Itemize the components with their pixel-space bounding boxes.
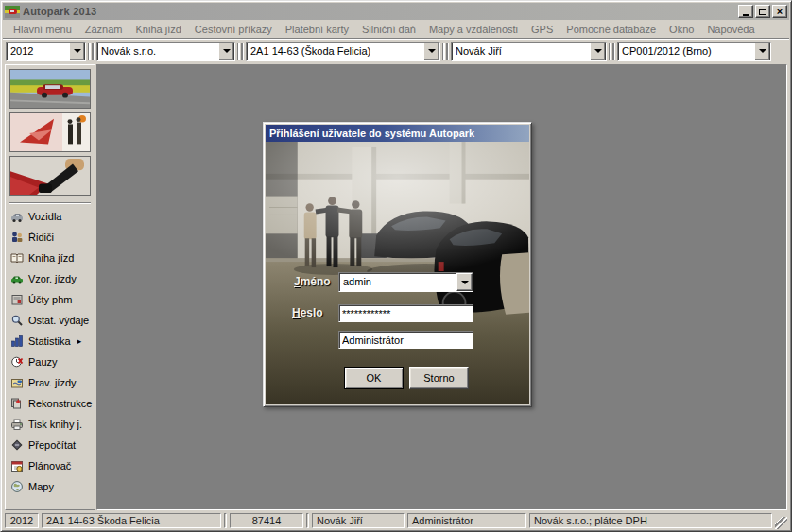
chevron-down-icon[interactable] <box>590 43 606 60</box>
close-button[interactable]: × <box>772 5 787 18</box>
menu-kniha-jizd[interactable]: Kniha jízd <box>129 22 188 37</box>
toolbar: 2012 Novák s.r.o. 2A1 14-63 (Škoda Felic… <box>3 39 789 63</box>
sidebar-item-label: Plánovač <box>28 460 71 472</box>
resize-grip[interactable] <box>775 517 787 529</box>
menu-silnicni-dan[interactable]: Silniční daň <box>355 22 422 37</box>
menu-platebni-karty[interactable]: Platební karty <box>279 22 355 37</box>
sidebar-divider <box>9 202 91 204</box>
sidebar-item-label: Řidiči <box>28 232 54 243</box>
statusbar-separator-segment <box>224 513 227 528</box>
vehicle-combo-value: 2A1 14-63 (Škoda Felicia) <box>247 43 423 60</box>
sidebar-item-statistika[interactable]: Statistika ▸ <box>8 331 93 352</box>
sidebar-item-ridici[interactable]: Řidiči <box>8 227 93 248</box>
sidebar-item-vozidla[interactable]: Vozidla <box>8 206 93 227</box>
sidebar-item-ostat-vydaje[interactable]: Ostat. výdaje <box>8 310 93 331</box>
menu-okno[interactable]: Okno <box>663 22 700 37</box>
window-title: Autopark 2013 <box>23 6 96 17</box>
sidebar-item-label: Účty phm <box>28 294 72 305</box>
sidebar-item-kniha-jizd[interactable]: Kniha jízd <box>8 248 93 268</box>
chevron-down-icon[interactable] <box>423 43 439 60</box>
sidebar-item-label: Kniha jízd <box>28 252 74 264</box>
driver-combo-value: Novák Jiří <box>452 43 590 60</box>
logbook-icon <box>10 251 24 265</box>
toolbar-separator <box>442 43 449 60</box>
expenses-icon <box>10 314 24 327</box>
travel-plane-photo <box>9 112 91 152</box>
close-icon: × <box>777 7 783 16</box>
sidebar-item-vzor-jizdy[interactable]: Vzor. jízdy <box>8 268 93 289</box>
chevron-down-icon[interactable] <box>69 43 85 60</box>
status-year: 2012 <box>5 513 39 528</box>
trip-order-combo-value: CP001/2012 (Brno) <box>618 43 754 60</box>
chevron-down-icon[interactable] <box>456 273 473 291</box>
app-icon <box>5 6 20 18</box>
menu-mapy-a-vzdalenosti[interactable]: Mapy a vzdálenosti <box>422 22 525 37</box>
sidebar-item-label: Prav. jízdy <box>28 377 77 388</box>
sidebar-item-tisk-knihy-j[interactable]: Tisk knihy j. <box>8 414 93 435</box>
statusbar-separator-segment <box>306 513 309 528</box>
company-combo[interactable]: Novák s.r.o. <box>96 42 235 61</box>
menu-pomocne-databaze[interactable]: Pomocné databáze <box>560 22 663 37</box>
sidebar-item-label: Vozidla <box>28 211 61 222</box>
login-dialog: Přihlášení uživatele do systému Autopark <box>263 122 532 407</box>
year-combo-value: 2012 <box>7 43 69 60</box>
menu-napoveda[interactable]: Nápověda <box>700 22 761 37</box>
sidebar-item-prepocitat[interactable]: Přepočítat <box>8 435 93 455</box>
password-label: Heslo <box>292 306 323 319</box>
sidebar: Vozidla Řidiči Kniha jízd Vzor. jízdy Úč… <box>5 64 95 510</box>
sidebar-item-ucty-phm[interactable]: Účty phm <box>8 289 93 310</box>
sidebar-item-prav-jizdy[interactable]: Prav. jízdy <box>8 372 93 393</box>
year-combo[interactable]: 2012 <box>6 42 86 61</box>
reconstruction-icon <box>10 397 24 410</box>
sidebar-item-label: Přepočítat <box>28 439 76 451</box>
role-input[interactable] <box>338 331 473 349</box>
menu-cestovni-prikazy[interactable]: Cestovní příkazy <box>188 22 279 37</box>
minimize-icon <box>743 14 749 16</box>
menu-zaznam[interactable]: Záznam <box>78 22 129 37</box>
username-label: Jméno <box>294 275 331 288</box>
company-combo-value: Novák s.r.o. <box>97 43 218 60</box>
sidebar-item-pauzy[interactable]: Pauzy <box>8 352 93 372</box>
menu-gps[interactable]: GPS <box>525 22 560 37</box>
driver-combo[interactable]: Novák Jiří <box>451 42 607 61</box>
window-titlebar[interactable]: Autopark 2013 × <box>3 3 789 20</box>
status-odometer: 87414 <box>230 513 303 528</box>
menu-hlavni-menu[interactable]: Hlavní menu <box>7 22 78 37</box>
login-dialog-title: Přihlášení uživatele do systému Autopark <box>269 128 474 139</box>
sidebar-item-mapy[interactable]: Mapy <box>8 476 93 497</box>
submenu-arrow-icon: ▸ <box>77 336 82 346</box>
menubar: Hlavní menu Záznam Kniha jízd Cestovní p… <box>3 20 789 39</box>
planner-icon <box>10 459 24 472</box>
sidebar-item-label: Tisk knihy j. <box>28 419 82 430</box>
toolbar-separator <box>609 43 615 60</box>
sidebar-item-planovac[interactable]: Plánovač <box>8 455 93 476</box>
chevron-down-icon[interactable] <box>754 43 770 60</box>
chevron-down-icon[interactable] <box>218 43 234 60</box>
sidebar-thumbnails <box>8 68 93 197</box>
template-trips-icon <box>10 272 24 285</box>
vehicle-combo[interactable]: 2A1 14-63 (Škoda Felicia) <box>246 42 440 61</box>
sidebar-item-label: Pauzy <box>28 356 58 368</box>
maximize-icon <box>759 9 766 15</box>
trip-order-combo[interactable]: CP001/2012 (Brno) <box>617 42 771 61</box>
login-dialog-titlebar[interactable]: Přihlášení uživatele do systému Autopark <box>266 125 529 142</box>
fuel-pump-photo <box>9 156 91 196</box>
ok-button[interactable]: OK <box>344 367 404 389</box>
pauses-icon <box>10 355 24 369</box>
statistics-icon <box>10 335 24 348</box>
recalculate-icon <box>10 438 24 452</box>
toolbar-separator <box>88 43 95 60</box>
password-input[interactable] <box>338 304 473 322</box>
username-combo[interactable]: admin <box>338 272 473 292</box>
sidebar-item-label: Rekonstrukce <box>28 398 92 409</box>
car-icon <box>10 210 24 223</box>
sidebar-item-rekonstrukce[interactable]: Rekonstrukce <box>8 393 93 414</box>
status-vehicle: 2A1 14-63 Škoda Felicia <box>42 513 221 528</box>
minimize-button[interactable] <box>738 5 753 18</box>
print-icon <box>10 418 24 431</box>
car-photo <box>9 69 91 109</box>
storno-button[interactable]: Storno <box>409 367 469 389</box>
username-value: admin <box>339 273 456 291</box>
sidebar-item-label: Vzor. jízdy <box>28 273 77 284</box>
maximize-button[interactable] <box>755 5 770 18</box>
